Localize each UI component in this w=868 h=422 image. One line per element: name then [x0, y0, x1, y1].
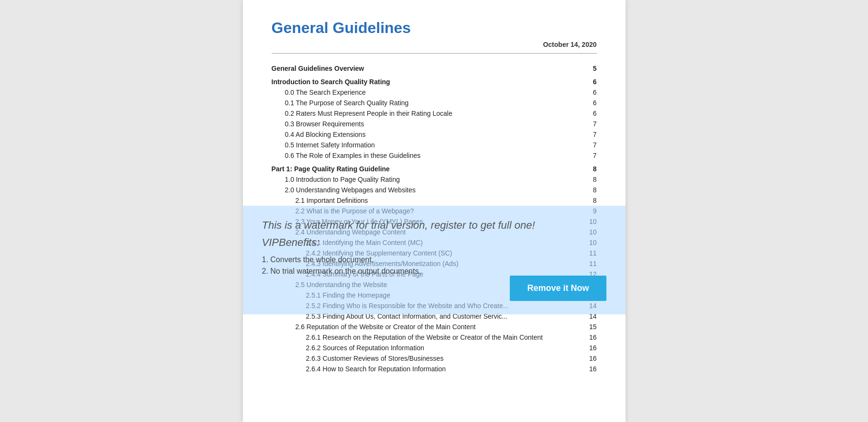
- toc-row: 0.3 Browser Requirements7: [272, 119, 597, 129]
- toc-label: 0.1 The Purpose of Search Quality Rating: [285, 99, 587, 107]
- toc-label: Part 1: Page Quality Rating Guideline: [272, 165, 587, 173]
- button-row: Remove it Now: [262, 280, 606, 301]
- toc-row: 0.4 Ad Blocking Extensions7: [272, 129, 597, 140]
- document-page: General Guidelines October 14, 2020 Gene…: [243, 0, 626, 422]
- toc-label: 0.6 The Role of Examples in these Guidel…: [285, 152, 587, 159]
- toc-page-number: 6: [587, 110, 597, 117]
- toc-label: Introduction to Search Quality Rating: [272, 78, 587, 86]
- toc-page-number: 6: [587, 89, 597, 96]
- toc-row: 2.1 Important Definitions8: [272, 195, 597, 206]
- toc-label: 2.6.3 Customer Reviews of Stores/Busines…: [306, 355, 587, 362]
- toc-row: Part 1: Page Quality Rating Guideline8: [272, 164, 597, 174]
- toc-row: 2.6.2 Sources of Reputation Information1…: [272, 343, 597, 353]
- benefit-item: 1. Converts the whole document.: [262, 255, 606, 264]
- toc-row: Introduction to Search Quality Rating6: [272, 77, 597, 87]
- toc-label: General Guidelines Overview: [272, 65, 587, 72]
- toc-label: 0.4 Ad Blocking Extensions: [285, 131, 587, 138]
- toc-page-number: 16: [587, 344, 597, 352]
- toc-page-number: 15: [587, 323, 597, 331]
- toc-row: 0.6 The Role of Examples in these Guidel…: [272, 150, 597, 161]
- toc-label: 2.6.4 How to Search for Reputation Infor…: [306, 365, 587, 373]
- toc-label: 1.0 Introduction to Page Quality Rating: [285, 176, 587, 183]
- toc-page-number: 8: [587, 165, 597, 173]
- toc-row: General Guidelines Overview5: [272, 63, 597, 74]
- toc-row: 2.6.4 How to Search for Reputation Infor…: [272, 364, 597, 374]
- watermark-overlay: This is a watermark for trial version, r…: [243, 206, 626, 314]
- remove-button[interactable]: Remove it Now: [510, 276, 606, 301]
- toc-row: 1.0 Introduction to Page Quality Rating8: [272, 174, 597, 185]
- toc-page-number: 8: [587, 197, 597, 204]
- toc-page-number: 7: [587, 141, 597, 149]
- doc-date: October 14, 2020: [272, 41, 597, 48]
- toc-label: 2.6.2 Sources of Reputation Information: [306, 344, 587, 352]
- toc-label: 0.2 Raters Must Represent People in thei…: [285, 110, 587, 117]
- toc-page-number: 7: [587, 152, 597, 159]
- title-divider: [272, 53, 597, 54]
- toc-page-number: 8: [587, 186, 597, 194]
- toc-page-number: 16: [587, 365, 597, 373]
- toc-row: 0.0 The Search Experience6: [272, 87, 597, 98]
- toc-label: 0.5 Internet Safety Information: [285, 141, 587, 149]
- toc-row: 2.6.1 Research on the Reputation of the …: [272, 332, 597, 343]
- toc-row: 0.5 Internet Safety Information7: [272, 140, 597, 150]
- toc-page-number: 7: [587, 120, 597, 128]
- toc-page-number: 6: [587, 78, 597, 86]
- toc-row: 2.6 Reputation of the Website or Creator…: [272, 322, 597, 332]
- toc-row: 2.6.3 Customer Reviews of Stores/Busines…: [272, 353, 597, 364]
- doc-title: General Guidelines: [272, 19, 597, 37]
- watermark-text: This is a watermark for trial version, r…: [262, 219, 606, 232]
- toc-page-number: 8: [587, 176, 597, 183]
- toc-label: 0.3 Browser Requirements: [285, 120, 587, 128]
- toc-label: 0.0 The Search Experience: [285, 89, 587, 96]
- benefit-item: 2. No trial watermark on the output docu…: [262, 267, 606, 276]
- vip-benefits-list: 1. Converts the whole document.2. No tri…: [262, 255, 606, 276]
- toc-page-number: 6: [587, 99, 597, 107]
- toc-row: 2.0 Understanding Webpages and Websites8: [272, 185, 597, 195]
- toc-label: 2.1 Important Definitions: [296, 197, 587, 204]
- toc-label: 2.0 Understanding Webpages and Websites: [285, 186, 587, 194]
- toc-page-number: 16: [587, 333, 597, 341]
- toc-row: 0.2 Raters Must Represent People in thei…: [272, 108, 597, 119]
- toc-page-number: 7: [587, 131, 597, 138]
- vip-title: VIPBenefits:: [262, 236, 606, 249]
- toc-page-number: 16: [587, 355, 597, 362]
- toc-label: 2.6 Reputation of the Website or Creator…: [296, 323, 587, 331]
- toc-page-number: 5: [587, 65, 597, 72]
- toc-label: 2.6.1 Research on the Reputation of the …: [306, 333, 587, 341]
- toc-row: 0.1 The Purpose of Search Quality Rating…: [272, 98, 597, 108]
